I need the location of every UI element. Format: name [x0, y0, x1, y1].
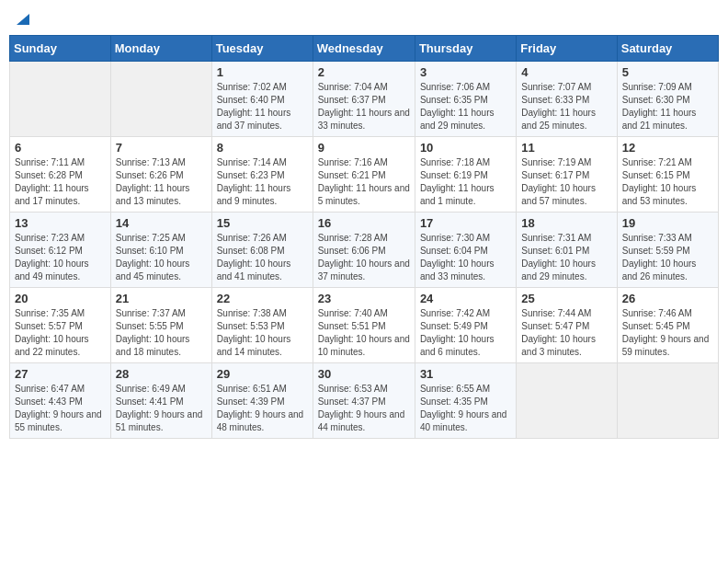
- calendar-cell: 31Sunrise: 6:55 AMSunset: 4:35 PMDayligh…: [415, 362, 516, 438]
- day-number: 6: [15, 141, 106, 155]
- calendar-cell: 11Sunrise: 7:19 AMSunset: 6:17 PMDayligh…: [517, 136, 617, 212]
- weekday-header-thursday: Thursday: [415, 35, 516, 61]
- svg-marker-0: [17, 14, 29, 25]
- day-detail: Sunrise: 7:44 AMSunset: 5:47 PMDaylight:…: [521, 307, 611, 359]
- calendar-cell: 18Sunrise: 7:31 AMSunset: 6:01 PMDayligh…: [517, 212, 617, 287]
- day-detail: Sunrise: 7:23 AMSunset: 6:12 PMDaylight:…: [15, 232, 106, 283]
- day-detail: Sunrise: 7:31 AMSunset: 6:01 PMDaylight:…: [521, 232, 611, 283]
- weekday-header-friday: Friday: [517, 35, 617, 61]
- day-detail: Sunrise: 7:13 AMSunset: 6:26 PMDaylight:…: [116, 156, 207, 208]
- calendar-cell: 16Sunrise: 7:28 AMSunset: 6:06 PMDayligh…: [313, 212, 415, 287]
- day-detail: Sunrise: 7:26 AMSunset: 6:08 PMDaylight:…: [217, 232, 308, 283]
- calendar-cell: 20Sunrise: 7:35 AMSunset: 5:57 PMDayligh…: [10, 287, 111, 362]
- day-number: 24: [420, 292, 511, 305]
- day-number: 20: [15, 292, 106, 305]
- calendar-cell: 28Sunrise: 6:49 AMSunset: 4:41 PMDayligh…: [110, 362, 211, 438]
- calendar-cell: 27Sunrise: 6:47 AMSunset: 4:43 PMDayligh…: [10, 362, 111, 438]
- day-number: 26: [622, 292, 713, 305]
- day-detail: Sunrise: 6:53 AMSunset: 4:37 PMDaylight:…: [318, 383, 410, 434]
- day-detail: Sunrise: 6:49 AMSunset: 4:41 PMDaylight:…: [116, 383, 207, 434]
- calendar-cell: [617, 362, 718, 438]
- day-number: 11: [521, 141, 611, 155]
- day-detail: Sunrise: 7:30 AMSunset: 6:04 PMDaylight:…: [420, 232, 511, 283]
- calendar-cell: 23Sunrise: 7:40 AMSunset: 5:51 PMDayligh…: [313, 287, 415, 362]
- day-detail: Sunrise: 7:02 AMSunset: 6:40 PMDaylight:…: [217, 81, 308, 132]
- calendar-cell: [517, 362, 617, 438]
- day-detail: Sunrise: 7:11 AMSunset: 6:28 PMDaylight:…: [15, 156, 106, 208]
- day-detail: Sunrise: 7:42 AMSunset: 5:49 PMDaylight:…: [420, 307, 511, 359]
- calendar-cell: 10Sunrise: 7:18 AMSunset: 6:19 PMDayligh…: [415, 136, 516, 212]
- day-number: 27: [15, 367, 106, 381]
- day-detail: Sunrise: 7:09 AMSunset: 6:30 PMDaylight:…: [622, 81, 713, 132]
- calendar-cell: 12Sunrise: 7:21 AMSunset: 6:15 PMDayligh…: [617, 136, 718, 212]
- calendar-cell: [10, 61, 111, 136]
- calendar-cell: [110, 61, 211, 136]
- day-detail: Sunrise: 7:04 AMSunset: 6:37 PMDaylight:…: [318, 81, 410, 132]
- day-number: 2: [318, 65, 410, 79]
- logo-triangle-icon: [15, 10, 31, 27]
- day-number: 28: [116, 367, 207, 381]
- day-detail: Sunrise: 7:07 AMSunset: 6:33 PMDaylight:…: [521, 81, 611, 132]
- day-detail: Sunrise: 7:28 AMSunset: 6:06 PMDaylight:…: [318, 232, 410, 283]
- logo-general-row: [13, 9, 31, 28]
- day-number: 12: [622, 141, 713, 155]
- day-number: 5: [622, 65, 713, 79]
- calendar-week-2: 6Sunrise: 7:11 AMSunset: 6:28 PMDaylight…: [10, 136, 719, 212]
- calendar-cell: 4Sunrise: 7:07 AMSunset: 6:33 PMDaylight…: [517, 61, 617, 136]
- calendar-cell: 9Sunrise: 7:16 AMSunset: 6:21 PMDaylight…: [313, 136, 415, 212]
- day-detail: Sunrise: 7:19 AMSunset: 6:17 PMDaylight:…: [521, 156, 611, 208]
- day-number: 16: [318, 216, 410, 230]
- calendar-cell: 7Sunrise: 7:13 AMSunset: 6:26 PMDaylight…: [110, 136, 211, 212]
- weekday-header-wednesday: Wednesday: [313, 35, 415, 61]
- day-detail: Sunrise: 7:46 AMSunset: 5:45 PMDaylight:…: [622, 307, 713, 359]
- day-number: 29: [217, 367, 308, 381]
- day-number: 23: [318, 292, 410, 305]
- calendar-cell: 25Sunrise: 7:44 AMSunset: 5:47 PMDayligh…: [517, 287, 617, 362]
- calendar-cell: 2Sunrise: 7:04 AMSunset: 6:37 PMDaylight…: [313, 61, 415, 136]
- weekday-header-saturday: Saturday: [617, 35, 718, 61]
- day-number: 17: [420, 216, 511, 230]
- day-number: 1: [217, 65, 308, 79]
- calendar-cell: 6Sunrise: 7:11 AMSunset: 6:28 PMDaylight…: [10, 136, 111, 212]
- day-detail: Sunrise: 6:47 AMSunset: 4:43 PMDaylight:…: [15, 383, 106, 434]
- calendar-cell: 15Sunrise: 7:26 AMSunset: 6:08 PMDayligh…: [211, 212, 313, 287]
- day-detail: Sunrise: 7:18 AMSunset: 6:19 PMDaylight:…: [420, 156, 511, 208]
- calendar-cell: 24Sunrise: 7:42 AMSunset: 5:49 PMDayligh…: [415, 287, 516, 362]
- day-number: 30: [318, 367, 410, 381]
- weekday-header-sunday: Sunday: [10, 35, 111, 61]
- day-number: 15: [217, 216, 308, 230]
- calendar-cell: 5Sunrise: 7:09 AMSunset: 6:30 PMDaylight…: [617, 61, 718, 136]
- day-detail: Sunrise: 7:21 AMSunset: 6:15 PMDaylight:…: [622, 156, 713, 208]
- day-number: 21: [116, 292, 207, 305]
- calendar-cell: 29Sunrise: 6:51 AMSunset: 4:39 PMDayligh…: [211, 362, 313, 438]
- calendar-cell: 21Sunrise: 7:37 AMSunset: 5:55 PMDayligh…: [110, 287, 211, 362]
- day-detail: Sunrise: 7:40 AMSunset: 5:51 PMDaylight:…: [318, 307, 410, 359]
- day-detail: Sunrise: 7:33 AMSunset: 5:59 PMDaylight:…: [622, 232, 713, 283]
- day-detail: Sunrise: 7:16 AMSunset: 6:21 PMDaylight:…: [318, 156, 410, 208]
- day-number: 22: [217, 292, 308, 305]
- day-number: 10: [420, 141, 511, 155]
- weekday-header-row: SundayMondayTuesdayWednesdayThursdayFrid…: [10, 35, 719, 61]
- weekday-header-tuesday: Tuesday: [211, 35, 313, 61]
- day-number: 7: [116, 141, 207, 155]
- calendar-cell: 13Sunrise: 7:23 AMSunset: 6:12 PMDayligh…: [10, 212, 111, 287]
- day-detail: Sunrise: 6:51 AMSunset: 4:39 PMDaylight:…: [217, 383, 308, 434]
- calendar-cell: 1Sunrise: 7:02 AMSunset: 6:40 PMDaylight…: [211, 61, 313, 136]
- calendar-cell: 3Sunrise: 7:06 AMSunset: 6:35 PMDaylight…: [415, 61, 516, 136]
- calendar-cell: 30Sunrise: 6:53 AMSunset: 4:37 PMDayligh…: [313, 362, 415, 438]
- day-detail: Sunrise: 7:35 AMSunset: 5:57 PMDaylight:…: [15, 307, 106, 359]
- day-number: 14: [116, 216, 207, 230]
- day-number: 31: [420, 367, 511, 381]
- day-detail: Sunrise: 6:55 AMSunset: 4:35 PMDaylight:…: [420, 383, 511, 434]
- calendar-cell: 14Sunrise: 7:25 AMSunset: 6:10 PMDayligh…: [110, 212, 211, 287]
- day-number: 4: [521, 65, 611, 79]
- calendar-week-5: 27Sunrise: 6:47 AMSunset: 4:43 PMDayligh…: [10, 362, 719, 438]
- day-detail: Sunrise: 7:25 AMSunset: 6:10 PMDaylight:…: [116, 232, 207, 283]
- day-detail: Sunrise: 7:14 AMSunset: 6:23 PMDaylight:…: [217, 156, 308, 208]
- calendar-cell: 22Sunrise: 7:38 AMSunset: 5:53 PMDayligh…: [211, 287, 313, 362]
- day-number: 19: [622, 216, 713, 230]
- calendar-week-4: 20Sunrise: 7:35 AMSunset: 5:57 PMDayligh…: [10, 287, 719, 362]
- calendar-week-3: 13Sunrise: 7:23 AMSunset: 6:12 PMDayligh…: [10, 212, 719, 287]
- page-header: [9, 9, 719, 28]
- day-number: 8: [217, 141, 308, 155]
